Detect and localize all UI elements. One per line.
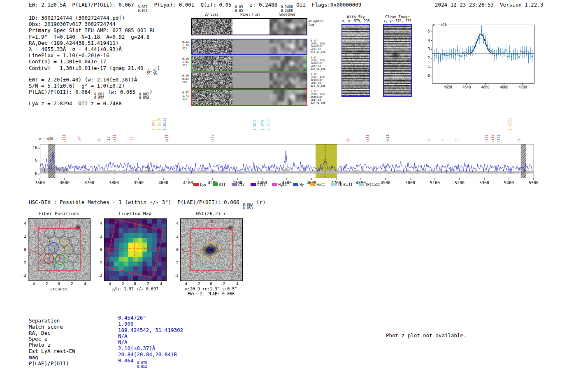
hsc-cutout-caption-1: m:20.9 re:1.3" s:0.5": [176, 287, 246, 291]
cutout-xtick: 0: [131, 281, 139, 286]
spec2d-row-fiber-label: 0.91": [311, 56, 339, 59]
elixer-report-page: EW: 2.1±0.5Å P(LAE)/P(OII): 0.067 0.0870…: [0, 0, 576, 392]
spec2d-row-fiber-label: v017_03: [311, 98, 339, 101]
spec2d-row-smoothed-image: [269, 90, 307, 105]
info-line: Primary Spec_Slot_IFU_AMP: 027_085_001_R…: [29, 27, 160, 33]
legend-swatch: [331, 183, 337, 186]
legend-label: MgII: [279, 183, 287, 187]
cutout-xtick: 0: [207, 281, 215, 286]
cutout-ytick: 0: [93, 247, 102, 252]
legend-item: CIII: [251, 183, 265, 187]
text-segment: LyA z = 2.8294 OII z = 0.2488: [29, 100, 122, 107]
stacked-uncertainty: 0.0830.053: [243, 203, 253, 211]
cutout-ytick: 0: [17, 247, 26, 252]
spec2d-weighted-strip: [191, 18, 307, 35]
spec2d-row-fiber-label: (579, 235): [311, 42, 339, 45]
cutout-ytick: 2: [170, 234, 179, 239]
info-line: F=1.9" T=0.140 N=1.18 A=0.92 g=24.8: [29, 34, 160, 40]
spec2d-row-fiber-label: (579, 235): [311, 59, 339, 62]
text-segment: 1.000: [118, 321, 134, 327]
spectral-line-label: } OIII: [163, 118, 166, 130]
stacked-uncertainty: 0.0780.052: [137, 362, 147, 369]
match-table-label: mag: [29, 355, 75, 361]
spec2d-row-fiber-label: 20190307: [311, 62, 339, 65]
spec2d-row-snr-labels: 0.221.76311: [182, 40, 191, 50]
fiber-positions-xlabel: arcsecs: [28, 287, 90, 291]
text-segment: 20.84(20.84,20.84)R: [118, 351, 177, 357]
legend-label: CIII: [257, 183, 265, 187]
cutout-ytick: -4: [17, 274, 26, 278]
spec2d-weighted-pixelflat: [232, 19, 269, 35]
spec2d-row-pixelflat: [232, 39, 269, 54]
legend-swatch: [359, 183, 364, 186]
spec2d-row-snr-value: 1.76: [182, 44, 191, 47]
text-segment: 2.10(±0.37)Å: [118, 345, 155, 351]
match-table-label: Est LyA rest-EW: [29, 348, 75, 355]
cutout-ytick: 0: [170, 247, 179, 252]
spec2d-row-snr-value: 0.22: [182, 40, 191, 44]
info-line: EWr = 2.20(±0.40) (w: 2.10(±0.38))Å: [29, 77, 160, 83]
spec2d-row-snr-value: 0.19: [182, 74, 191, 77]
spec2d-row: 0.221.763110.71"(579, 235)20190307v017_0…: [182, 39, 347, 56]
info-line: Cont(n) = 1.30(±0.04)e-17: [29, 58, 160, 65]
legend-item: (K)CaII: [331, 183, 353, 187]
match-table-value: 0.454726": [118, 315, 183, 321]
cutout-ytick: 2: [17, 234, 26, 239]
cutout-xtick: -2: [118, 281, 125, 286]
spec2d-row-fiber-label: v017_03: [311, 81, 339, 84]
legend-swatch: [293, 183, 298, 186]
text-segment: Cont(w) = 1.30(±0.01)e-17 (gmag 21.40: [29, 65, 146, 71]
fiber-positions-panel: [28, 218, 91, 281]
spec2d-row-2dspec-image: [192, 73, 232, 88]
spec2d-row-fiber-label: v017_02: [311, 48, 339, 51]
spec2d-row-snr-value: 311: [182, 64, 191, 67]
match-table-values: 0.454726"1.000189.424542, 51.419302N/AN/…: [118, 315, 183, 369]
spec2d-row-fiber-labels: 0.95"(580, 418)20190307v017_03027_RL_046: [311, 73, 339, 87]
match-table-value: 189.424542, 51.419302: [118, 327, 183, 334]
lineflux-map-panel: [104, 218, 167, 281]
spec2d-row-fiber-label: 20190307: [311, 45, 339, 48]
cutout-ytick: 4: [17, 221, 26, 225]
stacked-uncertainty: 0.0870.054: [137, 6, 147, 13]
legend-label: HeII: [317, 183, 325, 187]
cutout-xtick: 2: [144, 281, 152, 286]
hsc-cutout-title: HSC(26.2) r: [180, 211, 242, 216]
spec2d-row-fiber-label: 027_RL_026: [311, 67, 339, 70]
spec2d-row-smoothed-image: [269, 73, 307, 88]
spectral-line-label: } AlII: [267, 118, 270, 130]
spec2d-row-strip: [191, 72, 307, 89]
spec2d-row: 0.191.953110.91"(579, 235)20190307v017_0…: [182, 56, 347, 72]
spec2d-row-snr-value: 0.07: [182, 91, 191, 94]
stacked-uncertainty: 21.4121.39: [147, 69, 157, 77]
cutout-ytick: -4: [170, 274, 179, 278]
lineflux-map-caption: s/b: 1.97 +/- 0.097: [100, 287, 170, 291]
text-segment: ): [149, 89, 153, 95]
stacked-uncertainty: 0.0820.054: [139, 93, 149, 100]
cutout-xtick: 4: [158, 281, 165, 286]
text-segment: Primary Spec_Slot_IFU_AMP: 027_085_001_R…: [29, 27, 156, 33]
cutout-ytick: 4: [93, 221, 102, 225]
match-table-label: RA, Dec: [29, 330, 75, 336]
spec2d-row-fiber-labels: 1.61"(579, 235)20190307v017_03027_RL_026: [311, 90, 339, 104]
legend-label: Hγ: [300, 183, 304, 187]
text-segment: HSC-DEX : Possible Matches = 1 (within +…: [29, 199, 242, 205]
match-table-value: N/A: [118, 339, 183, 346]
legend-label: (K)CaII: [338, 183, 353, 187]
hsc-match-line: HSC-DEX : Possible Matches = 1 (within +…: [29, 199, 265, 211]
text-segment: λ = 4655.33Å σ = 4.44(±0.93)Å: [29, 46, 122, 52]
text-segment: 0.454726": [118, 315, 146, 321]
text-segment: RA,Dec (189.424438,51.419411): [29, 40, 118, 46]
text-segment: Cont(n) = 1.30(±0.04)e-17: [29, 58, 106, 65]
uncertainty-lower: 0.054: [137, 9, 147, 13]
match-table-label: Spec z: [29, 336, 75, 342]
info-line: Obs: 20190307v017_3002724744: [29, 21, 160, 27]
legend-label: CIV: [238, 183, 244, 187]
cutout-xtick: -4: [105, 281, 112, 286]
phot-z-note: Phot z plot not available.: [386, 332, 467, 339]
spec2d-weighted-smoothed-image: [269, 19, 307, 35]
spec2d-weighted-2dspec-image: [192, 19, 232, 35]
text-segment: (r): [253, 199, 265, 205]
stacked-uncertainty: 0.24880.2488: [281, 6, 293, 13]
spec2d-row-strip: [191, 89, 307, 106]
text-segment: N/A: [118, 339, 128, 345]
